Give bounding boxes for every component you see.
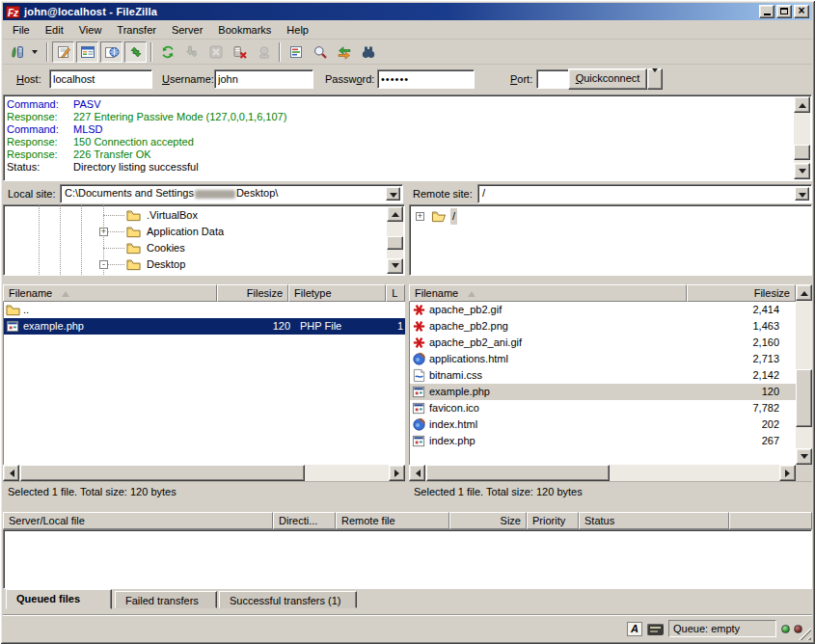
- file-row-applications.html[interactable]: applications.html 2,713: [410, 351, 796, 367]
- remote-list-scrollbar-thumb[interactable]: [796, 369, 812, 427]
- remote-selection-status: Selected 1 file. Total size: 120 bytes: [409, 481, 812, 499]
- disconnect-button[interactable]: [229, 41, 251, 63]
- remote-site-dropdown-button[interactable]: [795, 187, 809, 201]
- cancel-button[interactable]: [204, 41, 227, 63]
- remote-hscroll-thumb[interactable]: [426, 465, 610, 481]
- queue-col-status[interactable]: Status: [579, 512, 729, 529]
- password-input[interactable]: [377, 69, 475, 89]
- filter-button[interactable]: [285, 41, 307, 63]
- menu-help[interactable]: Help: [279, 22, 316, 38]
- minimize-icon: [764, 13, 771, 15]
- abort-button[interactable]: [253, 41, 275, 63]
- username-input[interactable]: [214, 69, 313, 89]
- tree-expander[interactable]: -: [99, 260, 108, 269]
- local-site-dropdown-button[interactable]: [386, 187, 400, 201]
- remote-site-label: Remote site:: [413, 188, 473, 200]
- log-line: Response:227 Entering Passive Mode (127,…: [4, 111, 811, 123]
- col-filename[interactable]: Filename: [3, 284, 217, 302]
- local-tree-scrollbar[interactable]: [387, 206, 403, 274]
- maximize-icon: [780, 8, 788, 14]
- refresh-button[interactable]: [156, 41, 178, 63]
- toggle-message-log-button[interactable]: [52, 41, 74, 63]
- tab-successful-transfers-1-[interactable]: Successful transfers (1): [219, 591, 357, 608]
- menu-file[interactable]: File: [5, 22, 38, 38]
- file-row-index.html[interactable]: index.html 202: [410, 416, 796, 433]
- local-site-combobox[interactable]: C:\Documents and SettingsDesktop\: [60, 184, 403, 203]
- tree-item[interactable]: + Application Data: [4, 224, 388, 240]
- remote-horizontal-scrollbar[interactable]: [409, 465, 796, 481]
- col-l[interactable]: L: [386, 284, 405, 302]
- queue-col-priority[interactable]: Priority: [527, 512, 579, 529]
- file-row-example.php[interactable]: example.php 120: [410, 384, 796, 400]
- send-activity-led: [794, 625, 802, 633]
- menu-bookmarks[interactable]: Bookmarks: [210, 22, 279, 38]
- tree-item[interactable]: - Desktop: [4, 256, 388, 273]
- menu-edit[interactable]: Edit: [38, 22, 71, 38]
- local-path-suffix: Desktop\: [236, 187, 278, 199]
- file-row-apache_pb2_ani.gif[interactable]: apache_pb2_ani.gif 2,160: [410, 335, 796, 351]
- col-filesize[interactable]: Filesize: [687, 284, 796, 302]
- queue-col-directi-[interactable]: Directi...: [273, 512, 336, 529]
- log-scrollbar-thumb[interactable]: [794, 145, 810, 160]
- file-row-apache_pb2.gif[interactable]: apache_pb2.gif 2,414: [410, 302, 796, 318]
- process-queue-button[interactable]: [180, 41, 203, 63]
- file-row-..[interactable]: ..: [4, 302, 405, 318]
- menu-view[interactable]: View: [71, 22, 110, 38]
- quickconnect-dropdown-button[interactable]: [647, 68, 663, 90]
- sort-ascending-icon: [468, 287, 475, 297]
- file-row-favicon.ico[interactable]: favicon.ico 7,782: [410, 400, 796, 416]
- close-button[interactable]: ×: [794, 5, 809, 18]
- scroll-up-icon: [799, 99, 806, 108]
- remote-file-list[interactable]: apache_pb2.gif 2,414 apache_pb2.png 1,46…: [409, 302, 796, 465]
- toggle-transfer-queue-button[interactable]: [124, 41, 147, 63]
- file-row-example.php[interactable]: example.php 120 PHP File 1: [4, 318, 405, 335]
- file-row-bitnami.css[interactable]: bitnami.css 2,142: [410, 367, 796, 384]
- menu-transfer[interactable]: Transfer: [109, 22, 164, 38]
- remote-site-combobox[interactable]: /: [477, 184, 812, 203]
- chevron-down-icon: [390, 193, 397, 201]
- log-scrollbar[interactable]: [794, 96, 810, 179]
- quickconnect-button[interactable]: Quickconnect: [568, 68, 647, 90]
- synchronized-browsing-button[interactable]: [333, 41, 355, 63]
- tab-failed-transfers[interactable]: Failed transfers: [115, 591, 217, 608]
- queue-col-size[interactable]: Size: [449, 512, 527, 529]
- local-horizontal-scrollbar[interactable]: [3, 465, 405, 481]
- queue-col-server-local-file[interactable]: Server/Local file: [3, 512, 273, 529]
- tree-item[interactable]: Cookies: [4, 240, 388, 256]
- file-row-apache_pb2.png[interactable]: apache_pb2.png 1,463: [410, 318, 796, 335]
- queue-header: Server/Local fileDirecti...Remote fileSi…: [3, 512, 812, 529]
- titlebar[interactable]: Fz john@localhost - FileZilla ×: [3, 3, 812, 20]
- site-manager-dropdown-button[interactable]: [30, 41, 42, 63]
- col-filesize[interactable]: Filesize: [217, 284, 288, 302]
- site-manager-icon: [10, 44, 25, 60]
- tree-item[interactable]: + /: [416, 208, 809, 225]
- toggle-local-tree-button[interactable]: [76, 41, 98, 63]
- maximize-button[interactable]: [776, 5, 792, 18]
- menu-bar: FileEditViewTransferServerBookmarksHelp: [3, 20, 812, 39]
- local-file-list[interactable]: .. example.php 120 PHP File 1: [3, 302, 405, 465]
- tree-expander[interactable]: +: [99, 228, 108, 236]
- col-filetype[interactable]: Filetype: [288, 284, 386, 302]
- remote-directory-tree[interactable]: + /: [409, 204, 812, 276]
- tree-item[interactable]: .VirtualBox: [4, 207, 388, 224]
- host-input[interactable]: [49, 69, 152, 89]
- close-icon: ×: [798, 4, 804, 17]
- transfer-queue-list[interactable]: [3, 529, 812, 589]
- folder-icon: [6, 303, 20, 317]
- site-manager-button[interactable]: [6, 41, 28, 63]
- minimize-button[interactable]: [759, 5, 774, 18]
- local-tree-scrollbar-thumb[interactable]: [387, 236, 403, 250]
- local-hscroll-thumb[interactable]: [20, 465, 305, 481]
- remote-list-scrollbar[interactable]: [796, 284, 812, 465]
- tree-expander[interactable]: +: [416, 212, 424, 221]
- file-row-index.php[interactable]: index.php 267: [410, 433, 796, 449]
- local-directory-tree[interactable]: .VirtualBox + Application Data Cookies -…: [3, 204, 405, 276]
- menu-server[interactable]: Server: [164, 22, 210, 38]
- toggle-remote-tree-button[interactable]: [100, 41, 122, 63]
- directory-comparison-button[interactable]: [357, 41, 379, 63]
- remote-path: /: [482, 187, 485, 199]
- queue-col-remote-file[interactable]: Remote file: [336, 512, 449, 529]
- col-filename[interactable]: Filename: [409, 284, 687, 302]
- tab-queued-files[interactable]: Queued files: [6, 589, 112, 609]
- file-search-button[interactable]: [309, 41, 331, 63]
